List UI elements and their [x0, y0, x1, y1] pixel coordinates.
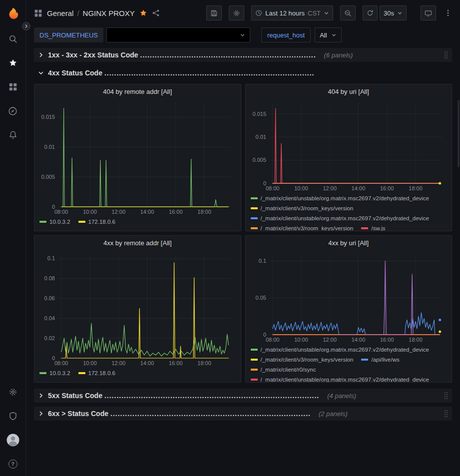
- sidebar-item-starred[interactable]: [0, 51, 26, 75]
- svg-text:0.04: 0.04: [44, 315, 55, 321]
- grafana-logo[interactable]: [0, 0, 26, 27]
- sidebar-item-explore[interactable]: [0, 99, 26, 123]
- legend-item[interactable]: 10.0.3.2: [39, 370, 70, 376]
- time-range-label: Last 12 hours: [265, 9, 305, 17]
- dashboards-grid-icon: [34, 9, 42, 17]
- variable-label-request-host[interactable]: request_host: [261, 27, 311, 42]
- legend-series-swatch: [78, 372, 85, 374]
- row-drag-handle[interactable]: [444, 51, 448, 59]
- zoom-out-time-button[interactable]: [340, 5, 356, 20]
- row-drag-handle[interactable]: [444, 410, 448, 418]
- clock-icon: [255, 9, 262, 16]
- breadcrumb-folder[interactable]: General: [47, 9, 73, 17]
- legend-row: 10.0.3.2172.18.0.6: [39, 217, 236, 227]
- svg-text:14:00: 14:00: [140, 209, 154, 215]
- timeseries-plot[interactable]: 08:0010:0012:0014:0016:0018:0000.020.040…: [38, 250, 237, 367]
- panel-title[interactable]: 404 by uri [All]: [246, 84, 452, 98]
- legend-item[interactable]: /api/live/ws: [361, 357, 399, 363]
- variable-value-ds-prometheus[interactable]: [106, 27, 250, 42]
- legend-item[interactable]: /_matrix/client/unstable/org.matrix.msc2…: [251, 215, 430, 221]
- svg-text:14:00: 14:00: [351, 337, 365, 343]
- sidebar-item-search[interactable]: [0, 27, 26, 51]
- legend-series-name: /_matrix/client/r0/sync: [261, 367, 316, 373]
- sidebar-item-dashboards[interactable]: [0, 75, 26, 99]
- panel-404-by-uri: 404 by uri [All]08:0010:0012:0014:0016:0…: [245, 84, 453, 231]
- sidebar: ?: [0, 0, 26, 476]
- legend-item[interactable]: 10.0.3.2: [39, 219, 70, 225]
- svg-text:0.02: 0.02: [44, 335, 55, 341]
- dashboard-settings-button[interactable]: [229, 5, 244, 20]
- legend-series-name: /_matrix/client/unstable/org.matrix.msc2…: [261, 377, 430, 382]
- row-drag-handle[interactable]: [444, 392, 448, 400]
- top-navigation: General / NGINX PROXY: [26, 0, 460, 26]
- sidebar-item-profile[interactable]: [0, 428, 26, 452]
- sidebar-item-help[interactable]: ?: [0, 452, 26, 476]
- panel-title[interactable]: 4xx by uri [All]: [246, 236, 452, 250]
- scrollbar-thumb[interactable]: [458, 100, 460, 167]
- variable-selected-value: All: [320, 31, 327, 39]
- svg-text:10:00: 10:00: [294, 185, 308, 191]
- legend-series-swatch: [251, 197, 258, 199]
- gear-icon: [233, 9, 240, 17]
- sidebar-item-configuration[interactable]: [0, 380, 26, 404]
- legend-item[interactable]: /_matrix/client/unstable/org.matrix.msc2…: [251, 347, 430, 353]
- row-title: 5xx Status Code.........................…: [48, 392, 319, 400]
- row-6xx-status[interactable]: 6xx > Status Code.......................…: [34, 407, 452, 421]
- row-1xx-3xx-2xx-status[interactable]: 1xx - 3xx - 2xx Status Code.............…: [34, 48, 452, 62]
- svg-text:0.1: 0.1: [258, 258, 266, 264]
- legend-series-swatch: [78, 221, 85, 223]
- legend-item[interactable]: /_matrix/client/unstable/org.matrix.msc2…: [251, 195, 430, 201]
- svg-text:12:00: 12:00: [323, 185, 337, 191]
- legend-series-name: 172.18.0.6: [88, 219, 115, 225]
- panel-title[interactable]: 404 by remote addr [All]: [34, 84, 241, 98]
- variable-value-request-host[interactable]: All: [315, 27, 341, 42]
- row-5xx-status[interactable]: 5xx Status Code.........................…: [34, 389, 452, 403]
- legend-item[interactable]: /_matrix/client/unstable/org.matrix.msc2…: [251, 377, 430, 382]
- sidebar-item-server-admin[interactable]: [0, 404, 26, 428]
- legend-series-swatch: [39, 221, 46, 223]
- chevron-down-icon: [38, 70, 44, 76]
- variable-label-ds-prometheus[interactable]: DS_PROMETHEUS: [34, 27, 103, 42]
- legend-item[interactable]: /_matrix/client/r0/sync: [251, 367, 316, 373]
- series-endpoint-dot: [439, 319, 441, 321]
- legend-series-name: /sw.js: [371, 225, 385, 231]
- save-dashboard-button[interactable]: [206, 5, 222, 20]
- legend-item[interactable]: /sw.js: [361, 225, 385, 231]
- timeseries-plot[interactable]: 08:0010:0012:0014:0016:0018:0000.0050.01…: [38, 98, 237, 216]
- legend-item[interactable]: /_matrix/client/v3/room_keys/version: [251, 357, 354, 363]
- toolbar: Last 12 hours CST 30s: [206, 5, 453, 20]
- legend-series-name: /_matrix/client/v3/room_keys/version: [261, 205, 354, 211]
- chevron-down-icon: [240, 32, 245, 38]
- kebab-menu-icon: [447, 9, 449, 17]
- row-title: 6xx > Status Code.......................…: [48, 410, 311, 418]
- legend-series-swatch: [361, 227, 368, 229]
- refresh-button[interactable]: [363, 5, 378, 20]
- row-4xx-status[interactable]: 4xx Status Code.........................…: [34, 66, 452, 80]
- timeseries-plot[interactable]: 08:0010:0012:0014:0016:0018:0000.050.1: [250, 250, 448, 344]
- svg-text:0.01: 0.01: [255, 134, 266, 140]
- legend-item[interactable]: /_matrix/client/v3/room_keys/version: [251, 205, 354, 211]
- favorite-star-icon[interactable]: [139, 9, 147, 17]
- svg-text:0.1: 0.1: [47, 255, 55, 261]
- breadcrumb-group: General / NGINX PROXY: [34, 9, 160, 17]
- chart-canvas: 08:0010:0012:0014:0016:0018:0000.0050.01…: [250, 98, 448, 192]
- legend-item[interactable]: 172.18.0.6: [78, 219, 115, 225]
- sidebar-item-alerting[interactable]: [0, 123, 26, 147]
- time-range-picker[interactable]: Last 12 hours CST: [251, 5, 333, 20]
- cycle-view-mode-button[interactable]: [421, 5, 436, 20]
- svg-text:18:00: 18:00: [197, 209, 211, 215]
- breadcrumb-dashboard[interactable]: NGINX PROXY: [83, 9, 135, 17]
- sidebar-expand-toggle[interactable]: [22, 22, 30, 30]
- chevron-down-icon: [331, 32, 337, 38]
- legend-item[interactable]: 172.18.0.6: [78, 370, 115, 376]
- legend-item[interactable]: /_matrix/client/v3/room_keys/version: [251, 225, 354, 231]
- refresh-interval-picker[interactable]: 30s: [380, 5, 407, 20]
- legend-series-name: /_matrix/client/v3/room_keys/version: [261, 225, 354, 231]
- panel-title[interactable]: 4xx by remote addr [All]: [34, 236, 241, 250]
- svg-text:18:00: 18:00: [409, 185, 423, 191]
- timeseries-plot[interactable]: 08:0010:0012:0014:0016:0018:0000.0050.01…: [250, 98, 448, 192]
- svg-text:0.05: 0.05: [255, 295, 266, 301]
- more-options-kebab[interactable]: [443, 5, 453, 20]
- share-icon[interactable]: [152, 9, 160, 17]
- panel-4xx-by-uri: 4xx by uri [All]08:0010:0012:0014:0016:0…: [245, 235, 453, 383]
